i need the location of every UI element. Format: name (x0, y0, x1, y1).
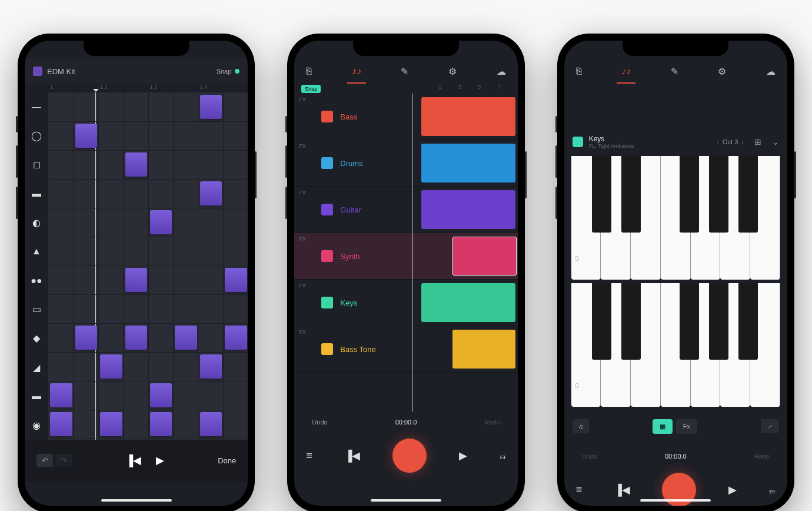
snap-toggle[interactable]: Snap (217, 68, 240, 75)
fx-label[interactable]: FX (294, 233, 315, 279)
exit-icon[interactable]: ⎘ (306, 66, 312, 77)
track-row[interactable]: FX Guitar (294, 187, 517, 233)
white-key[interactable] (691, 283, 721, 407)
redo-button[interactable]: Redo (754, 453, 770, 460)
play-button[interactable]: ▶ (728, 483, 737, 496)
tracks-tab-icon[interactable]: ♪♪ (352, 66, 361, 77)
track-row[interactable]: FX Bass (294, 94, 517, 140)
rewind-button[interactable]: ▐◀ (345, 449, 361, 462)
audio-clip[interactable] (421, 190, 515, 229)
undo-button[interactable]: Undo (582, 453, 597, 460)
drum-note[interactable] (225, 268, 247, 292)
drum-note[interactable] (100, 412, 122, 436)
white-key[interactable] (661, 156, 691, 280)
drum-note[interactable] (125, 268, 147, 292)
exit-icon[interactable]: ⎘ (576, 66, 582, 77)
undo-button[interactable]: Undo (312, 419, 327, 426)
rewind-button[interactable]: ▐◀ (125, 454, 141, 467)
timeline-ruler[interactable]: 11.21.31.4 (25, 84, 248, 92)
fx-label[interactable]: FX (294, 326, 315, 372)
play-button[interactable]: ▶ (156, 454, 164, 467)
pads-button[interactable]: ▦ (653, 419, 673, 434)
drum-note[interactable] (200, 181, 222, 205)
drum-lane-icon[interactable]: ◐ (25, 208, 48, 237)
drum-note[interactable] (100, 354, 122, 379)
drum-note[interactable] (225, 326, 247, 350)
drum-note[interactable] (50, 412, 72, 436)
audio-clip[interactable] (421, 144, 515, 182)
drum-lane-icon[interactable]: ◻ (25, 150, 48, 179)
instrument-icon[interactable] (573, 137, 583, 147)
track-row[interactable]: FX Keys (294, 280, 517, 326)
playhead[interactable] (412, 94, 412, 412)
fx-label[interactable]: FX (294, 94, 315, 140)
play-button[interactable]: ▶ (459, 449, 467, 462)
piano-lower[interactable]: G (571, 283, 780, 407)
white-key[interactable]: G (571, 283, 601, 407)
drum-lane-icon[interactable]: ●● (25, 266, 48, 295)
metronome-button[interactable]: ⏛ (500, 450, 506, 462)
fx-button[interactable]: Fx (676, 419, 697, 434)
chevron-down-icon[interactable]: ⌄ (772, 137, 779, 147)
metronome-button[interactable]: ⏛ (769, 484, 776, 496)
audio-clip[interactable] (421, 97, 515, 136)
drum-note[interactable] (75, 326, 97, 350)
white-key[interactable] (750, 156, 780, 280)
menu-button[interactable]: ≡ (306, 450, 312, 462)
drum-lane-icon[interactable]: ◆ (25, 324, 48, 353)
white-key[interactable] (691, 156, 721, 280)
drum-note[interactable] (150, 383, 172, 407)
drum-note[interactable] (125, 152, 147, 177)
fx-label[interactable]: FX (294, 280, 315, 326)
white-key[interactable] (720, 283, 750, 407)
white-key[interactable] (601, 283, 631, 407)
fx-label[interactable]: FX (294, 187, 315, 233)
drum-note[interactable] (75, 124, 97, 148)
record-button[interactable] (392, 439, 427, 473)
rewind-button[interactable]: ▐◀ (614, 483, 630, 496)
audio-clip[interactable] (452, 330, 516, 369)
drum-lane-icon[interactable]: ◢ (25, 353, 48, 382)
sustain-button[interactable]: ⟋ (761, 419, 779, 433)
drum-lane-icon[interactable]: ▲ (25, 237, 48, 266)
drum-lane-icon[interactable]: ◯ (25, 121, 48, 150)
drum-lane-icon[interactable]: ▬ (25, 382, 48, 411)
octave-selector[interactable]: ‹ Oct 3 › (717, 138, 744, 145)
drum-note[interactable] (200, 354, 222, 379)
cloud-tab-icon[interactable]: ☁ (497, 66, 506, 77)
drum-lane-icon[interactable]: ▭ (25, 295, 48, 324)
white-key[interactable]: G (571, 156, 601, 280)
kit-icon[interactable] (33, 67, 42, 76)
drum-note[interactable] (200, 95, 222, 119)
white-key[interactable] (661, 283, 691, 407)
drum-lane-icon[interactable]: — (25, 92, 48, 121)
audio-clip[interactable] (421, 283, 515, 322)
redo-button[interactable]: ↷ (55, 454, 72, 467)
track-row[interactable]: FX Bass Tone (294, 326, 517, 373)
edit-tab-icon[interactable]: ✎ (671, 66, 678, 77)
track-row[interactable]: FX Drums (294, 140, 517, 187)
drum-lane-icon[interactable]: ◉ (25, 411, 48, 440)
white-key[interactable] (750, 283, 780, 407)
drum-note[interactable] (150, 412, 172, 436)
snap-badge[interactable]: Snap (301, 85, 321, 93)
chord-button[interactable]: ♫ (573, 419, 589, 433)
settings-tab-icon[interactable]: ⚙ (718, 66, 726, 77)
drum-note[interactable] (200, 412, 222, 436)
drum-note[interactable] (125, 326, 147, 350)
cloud-tab-icon[interactable]: ☁ (766, 66, 776, 77)
white-key[interactable] (631, 283, 661, 407)
drum-note[interactable] (175, 326, 197, 350)
tracks-tab-icon[interactable]: ♪♪ (621, 66, 631, 77)
piano-upper[interactable]: G (571, 156, 780, 280)
drum-grid[interactable]: —◯◻▬◐▲●●▭◆◢▬◉ (25, 92, 248, 440)
edit-tab-icon[interactable]: ✎ (401, 66, 408, 77)
white-key[interactable] (601, 156, 631, 280)
grid-view-icon[interactable]: ⊞ (754, 137, 761, 147)
undo-button[interactable]: ↶ (36, 454, 53, 467)
redo-button[interactable]: Redo (484, 419, 500, 426)
done-button[interactable]: Done (218, 456, 236, 465)
drum-lane-icon[interactable]: ▬ (25, 180, 48, 208)
audio-clip[interactable] (452, 237, 517, 276)
white-key[interactable] (720, 156, 750, 280)
